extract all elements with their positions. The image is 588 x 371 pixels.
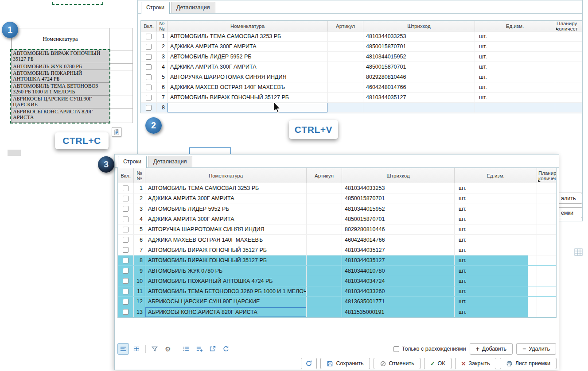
cell-nomenclature: АВТОРУЧКА ШАР.РОТОМАК СИНЯЯ ИНДИЯ [145,224,307,234]
table-row[interactable]: 1 АВТОМОБИЛЬ ТЕМА САМОСВАЛ 3253 РБ 48103… [141,31,582,42]
row-checkbox[interactable] [123,278,129,284]
cell-number: 7 [157,93,167,102]
row-checkbox[interactable] [123,268,129,274]
tab-rows[interactable]: Строки [118,156,147,168]
view-grid-icon[interactable] [131,343,142,355]
checkbox-box[interactable] [393,346,399,352]
table-row[interactable]: 6 АДЖИКА МАХЕЕВ ОСТРАЯ 140Г МАХЕЕВЪ 4604… [118,235,556,245]
tab-details[interactable]: Детализация [148,156,192,167]
col-enabled[interactable]: Вкл. [141,21,157,31]
row-checkbox[interactable] [123,216,129,222]
minus-icon: − [522,345,526,352]
cell-unit: шт. [455,276,537,286]
row-checkbox[interactable] [123,237,129,243]
excel-empty-cell [109,28,133,50]
row-checkbox[interactable] [146,44,152,50]
table-row[interactable]: 4 АДЖИКА АМРИТА 300Г АМРИТА 485001587070… [141,62,582,72]
table-row[interactable]: 6 АДЖИКА МАХЕЕВ ОСТРАЯ 140Г МАХЕЕВЪ 4604… [141,82,582,93]
col-article[interactable]: Артикул [307,168,342,183]
refresh-button[interactable] [301,358,317,369]
col-barcode[interactable]: Штрихкод [363,21,475,31]
row-checkbox[interactable] [146,85,152,90]
tab-rows[interactable]: Строки [141,2,170,14]
cell-unit: шт. [475,62,555,72]
settings-gear-icon[interactable]: ⚙ [162,343,174,355]
table-row[interactable]: 3 АВТОМОБИЛЬ ЛИДЕР 5952 РБ 4810344015952… [118,204,556,214]
col-nomenclature[interactable]: Номенклатура [145,168,307,183]
col-enabled[interactable]: Вкл. [118,168,134,183]
excel-cell: АВТОМОБИЛЬ ЖУК 0780 РБ [11,63,109,70]
row-checkbox[interactable] [146,54,152,60]
col-article[interactable]: Артикул [328,21,363,31]
table-row[interactable]: 1 АВТОМОБИЛЬ ТЕМА САМОСВАЛ 3253 РБ 48103… [118,183,556,193]
numbered-list-icon[interactable] [180,343,192,355]
row-checkbox[interactable] [123,299,129,305]
col-nomenclature[interactable]: Номенклатура [167,21,328,31]
cell-unit: шт. [455,266,537,275]
background-cut-button-sheet[interactable]: емки [559,207,582,218]
cell-nomenclature: АВТОМОБИЛЬ ТЕМА БЕТОНОВОЗ 3260 РБ 1000 И… [145,286,307,296]
cell-unit: шт. [455,204,537,214]
row-checkbox[interactable] [146,95,152,100]
table-row[interactable]: 9 АВТОМОБИЛЬ ЖУК 0780 РБ 4810344010780 ш… [118,266,556,276]
row-checkbox[interactable] [123,289,129,294]
table-row[interactable]: 11 АВТОМОБИЛЬ ТЕМА БЕТОНОВОЗ 3260 РБ 100… [118,286,556,297]
sync-icon[interactable] [220,343,232,355]
row-checkbox[interactable] [123,258,129,263]
cell-unit: шт. [475,72,555,82]
row-checkbox[interactable] [146,105,152,111]
row-checkbox[interactable] [123,186,129,191]
paste-options-icon[interactable] [112,127,121,137]
table-row[interactable]: 5 АВТОРУЧКА ШАР.РОТОМАК СИНЯЯ ИНДИЯ 8029… [141,72,582,82]
close-button[interactable]: ✕Закрыть [455,358,496,369]
row-checkbox[interactable] [146,64,152,70]
add-button[interactable]: +Добавить [470,343,513,355]
table-row[interactable]: 7 АВТОМОБИЛЬ ВИРАЖ ГОНОЧНЫЙ 35127 РБ 481… [141,93,582,103]
col-unit[interactable]: Ед.изм. [475,21,555,31]
row-checkbox[interactable] [123,206,129,212]
table-row[interactable]: 8 АВТОМОБИЛЬ ВИРАЖ ГОНОЧНЫЙ 35127 РБ 481… [118,255,556,266]
table-row[interactable]: 12 АБРИКОСЫ ЦАРСКИЕ СУШ.90Г ЦАРСКИЕ 4813… [118,297,556,307]
table-row[interactable]: 13 АБРИКОСЫ КОНС.АРИСТА 820Г АРИСТА 4811… [118,307,556,317]
col-number[interactable]: №№ [157,21,167,31]
open-window-icon[interactable] [207,343,218,355]
add-rows-icon[interactable] [194,343,205,355]
acceptance-sheet-button[interactable]: Лист приемки [500,358,557,369]
col-planned-qty[interactable]: Планируеколичест [537,168,556,183]
row-checkbox[interactable] [123,309,129,315]
background-cut-button-delete[interactable]: алить [559,193,582,204]
table-row[interactable]: 2 АДЖИКА АМРИТА 300Г АМРИТА 485001587070… [118,193,556,204]
ok-button[interactable]: ✓ОК [424,358,452,369]
save-button[interactable]: Сохранить [320,358,370,369]
view-list-icon[interactable] [117,343,129,355]
row-checkbox[interactable] [146,74,152,80]
col-number[interactable]: №№ [134,168,145,183]
col-unit[interactable]: Ед.изм. [455,168,537,183]
filter-icon[interactable] [149,343,160,355]
row-checkbox[interactable] [123,196,129,201]
table-row[interactable]: 4 АДЖИКА АМРИТА 300Г АМРИТА 485001587070… [118,214,556,224]
ctrl-v-label: CTRL+V [289,120,338,139]
cancel-button[interactable]: Отменить [374,358,421,369]
row-checkbox[interactable] [123,227,129,232]
table-row[interactable]: 5 АВТОРУЧКА ШАР.РОТОМАК СИНЯЯ ИНДИЯ 8029… [118,224,556,235]
table-row[interactable]: 10 АВТОМОБИЛЬ ПОЖАРНЫЙ АНТОШКА 4724 РБ 4… [118,276,556,286]
cell-unit: шт. [455,183,537,193]
cell-barcode: 4810344035127 [342,245,455,255]
cell-qty [537,224,556,234]
cell-unit: шт. [455,224,537,234]
table-row[interactable]: 7 АВТОМОБИЛЬ ВИРАЖ ГОНОЧНЫЙ 35127 РБ 481… [118,245,556,255]
table-row[interactable]: 3 АВТОМОБИЛЬ ЛИДЕР 5952 РБ 4810344015952… [141,52,582,62]
cancel-icon [380,360,386,367]
remove-button[interactable]: −Удалить [516,343,556,355]
row-checkbox[interactable] [123,247,129,253]
cell-number: 6 [134,235,145,244]
row-checkbox[interactable] [146,34,152,39]
table-row[interactable]: 2 АДЖИКА АМРИТА 300Г АМРИТА 485001587070… [141,42,582,52]
table-row[interactable]: 8 [141,103,582,113]
only-discrepancies-checkbox[interactable]: Только с расхождениями [393,346,466,352]
cell-enabled [141,52,157,62]
col-barcode[interactable]: Штрихкод [342,168,455,183]
tab-details[interactable]: Детализация [171,2,215,13]
col-planned-qty[interactable]: Планируколичест [555,21,582,31]
